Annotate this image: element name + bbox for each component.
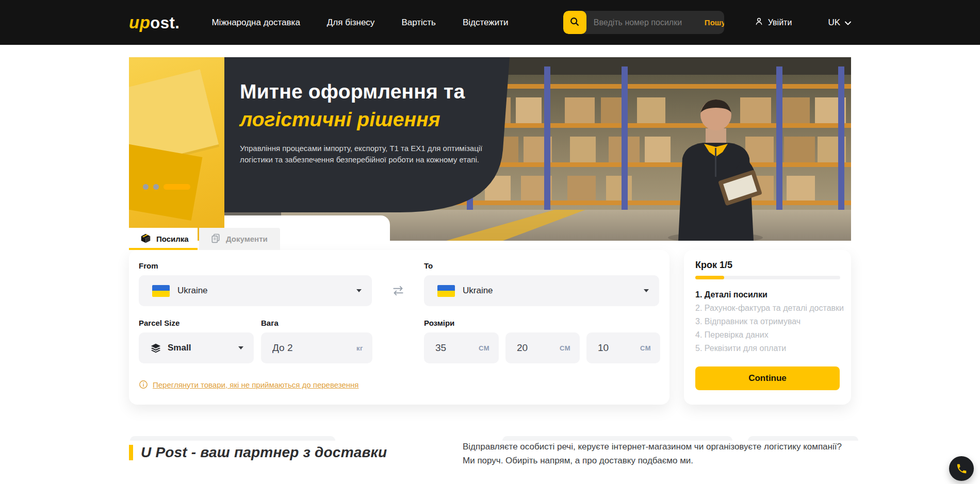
partner-paragraph: Відправляєте особисті речі, керуєте інте… (463, 440, 855, 468)
heading-accent-bar (129, 445, 133, 460)
height-input[interactable] (598, 342, 637, 354)
chevron-down-icon (845, 18, 851, 28)
login-button[interactable]: Увійти (754, 16, 792, 28)
layers-icon (150, 342, 161, 354)
tab-parcel-label: Посилка (156, 235, 189, 243)
partner-section: U Post - ваш партнер з доставки Відправл… (129, 437, 851, 483)
carousel-dots (143, 184, 190, 190)
restricted-goods-link[interactable]: Переглянути товари, які не приймаються д… (153, 380, 359, 389)
weight-field: кг (261, 332, 372, 363)
logo[interactable]: upost. (129, 13, 179, 32)
hero-subtitle: Управління процесами імпорту, експорту, … (240, 143, 495, 165)
carousel-dot-1[interactable] (143, 184, 149, 190)
upost-homepage: upost. Міжнародна доставка Для бізнесу В… (0, 0, 980, 484)
wizard-card: Крок 1/5 1. Деталі посилки 2. Рахунок-фа… (684, 250, 851, 405)
weight-unit: кг (356, 344, 363, 352)
caret-down-icon (644, 289, 649, 292)
wizard-step-2: 2. Рахунок-фактура та деталі доставки (695, 304, 844, 313)
search-icon (569, 16, 580, 29)
width-unit: СМ (560, 344, 570, 352)
nav-item-business[interactable]: Для бізнесу (327, 18, 375, 28)
tracking-number-input[interactable] (586, 18, 705, 27)
hero-text-panel: Митне оформлення та логістичні рішення У… (224, 57, 521, 212)
length-input[interactable] (435, 342, 476, 354)
category-card-2 (502, 436, 732, 441)
content-container: Митне оформлення та логістичні рішення У… (129, 45, 851, 483)
navbar: upost. Міжнародна доставка Для бізнесу В… (0, 0, 980, 45)
ukraine-flag-icon (152, 285, 170, 297)
from-country-value: Ukraine (177, 286, 208, 296)
from-label: From (139, 261, 158, 270)
carousel-dot-2[interactable] (153, 184, 159, 190)
wizard-steps-list: 1. Деталі посилки 2. Рахунок-фактура та … (695, 290, 844, 357)
nav-item-track[interactable]: Відстежити (463, 18, 509, 28)
phone-icon (956, 463, 968, 475)
weight-label: Вага (261, 319, 279, 327)
documents-icon (210, 233, 221, 245)
width-field: СМ (505, 332, 580, 363)
carousel-dot-active[interactable] (164, 184, 190, 190)
to-country-select[interactable]: Ukraine (424, 275, 659, 306)
language-selector[interactable]: UK (828, 18, 851, 28)
width-input[interactable] (517, 342, 557, 354)
info-icon (139, 380, 148, 389)
hero-title-line2: логістичні рішення (240, 108, 521, 131)
continue-button[interactable]: Continue (695, 366, 840, 390)
restricted-goods-row: Переглянути товари, які не приймаються д… (139, 380, 359, 389)
to-country-value: Ukraine (463, 286, 493, 296)
tab-parcel[interactable]: Посилка (129, 228, 198, 250)
length-field: СМ (424, 332, 499, 363)
parcel-size-value: Small (168, 343, 191, 353)
caret-down-icon (238, 346, 243, 349)
category-card-1 (130, 436, 335, 441)
parcel-size-select[interactable]: Small (139, 332, 254, 363)
wizard-progress-fill (695, 276, 724, 279)
swap-countries-button[interactable] (391, 284, 405, 298)
nav-item-pricing[interactable]: Вартість (401, 18, 436, 28)
envelope-graphic-2 (129, 140, 202, 221)
search-button[interactable] (563, 11, 586, 34)
login-label: Увійти (768, 18, 792, 27)
logo-accent: up (129, 13, 150, 32)
hero-title-line1: Митне оформлення та (240, 80, 521, 104)
parcel-box-icon (140, 233, 151, 245)
active-tab-underline (129, 248, 198, 250)
partner-heading: U Post - ваш партнер з доставки (141, 444, 387, 461)
tracking-search: Пошук (563, 11, 724, 34)
ukraine-flag-icon (437, 285, 455, 297)
category-card-3 (748, 436, 858, 441)
hero-yellow-panel (129, 57, 224, 241)
height-unit: СМ (640, 344, 651, 352)
from-country-select[interactable]: Ukraine (139, 275, 372, 306)
wizard-progress-track (695, 276, 840, 279)
length-unit: СМ (479, 344, 489, 352)
shipping-calculator: From Ukraine To Ukraine Parc (129, 250, 851, 405)
shipment-type-tabs: Посилка Документи (129, 228, 280, 250)
hero-banner: Митне оформлення та логістичні рішення У… (129, 57, 851, 241)
parcel-form-card: From Ukraine To Ukraine Parc (129, 250, 669, 405)
wizard-step-4: 4. Перевірка даних (695, 330, 844, 340)
language-value: UK (828, 18, 840, 28)
swap-arrows-icon (391, 291, 405, 299)
nav-item-international[interactable]: Міжнародна доставка (211, 18, 300, 28)
wizard-step-1: 1. Деталі посилки (695, 290, 844, 299)
tab-documents[interactable]: Документи (199, 228, 280, 250)
caret-down-icon (356, 289, 362, 292)
height-field: СМ (586, 332, 660, 363)
wizard-step-title: Крок 1/5 (695, 260, 732, 271)
tab-documents-label: Документи (226, 235, 268, 243)
wizard-step-5: 5. Реквізити для оплати (695, 344, 844, 353)
call-fab[interactable] (949, 456, 974, 481)
main-nav: Міжнародна доставка Для бізнесу Вартість… (211, 18, 508, 28)
partner-heading-row: U Post - ваш партнер з доставки (129, 444, 387, 461)
dimensions-label: Розміри (424, 319, 454, 327)
logo-rest: ost. (150, 14, 179, 32)
search-submit-label[interactable]: Пошук (705, 18, 724, 27)
wizard-step-3: 3. Відправник та отримувач (695, 317, 844, 326)
parcel-size-label: Parcel Size (139, 319, 179, 327)
to-label: To (424, 261, 433, 270)
weight-input[interactable] (272, 342, 353, 354)
user-icon (754, 16, 764, 28)
